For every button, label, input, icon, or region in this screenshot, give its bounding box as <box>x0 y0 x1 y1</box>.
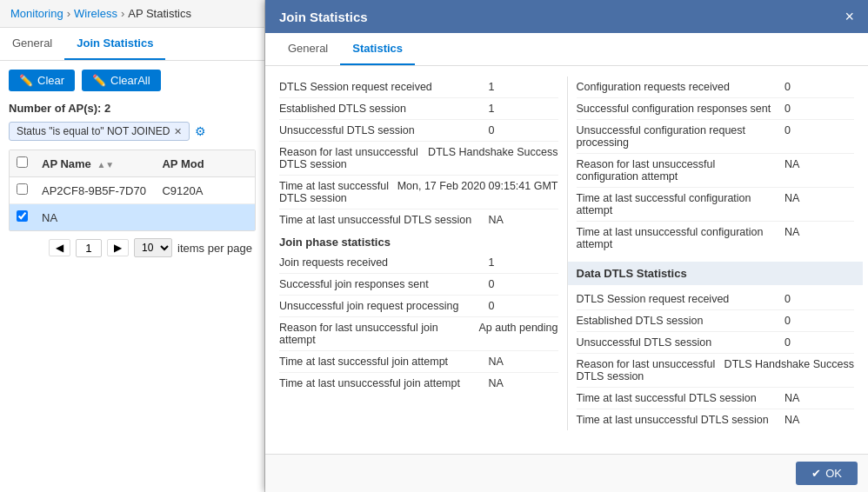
next-page-button[interactable]: ▶ <box>107 239 129 256</box>
stat-row: Time at last unsuccessful join attempt N… <box>279 373 558 394</box>
tab-join-statistics[interactable]: Join Statistics <box>64 28 165 60</box>
stat-label: Time at last successful join attempt <box>279 356 489 368</box>
data-dtls-header: Data DTLS Statistics <box>568 262 864 285</box>
stat-value: NA <box>489 356 558 368</box>
stat-value: NA <box>785 414 854 426</box>
ap-name-cell: NA <box>35 204 155 231</box>
stat-value: NA <box>785 192 854 204</box>
filter-icon[interactable]: ⚙ <box>195 124 206 138</box>
filter-tag: Status "is equal to" NOT JOINED ✕ <box>9 122 190 141</box>
stat-label: Unsuccessful configuration request proce… <box>577 124 785 149</box>
modal-title: Join Statistics <box>279 10 368 24</box>
stat-value: DTLS Handshake Success <box>428 146 558 158</box>
stat-row: Time at last successful configuration at… <box>577 188 855 222</box>
prev-page-button[interactable]: ◀ <box>49 239 70 256</box>
stat-value: 0 <box>785 315 854 327</box>
stat-value: DTLS Handshake Success <box>724 358 854 370</box>
clear-button[interactable]: ✏️ Clear <box>9 70 75 91</box>
modal-tab-general[interactable]: General <box>276 33 340 65</box>
modal-overlay: Join Statistics × General Statistics DTL… <box>265 0 868 492</box>
stat-row: Established DTLS session 0 <box>577 310 855 332</box>
stat-row: Time at last successful DTLS session NA <box>577 388 855 409</box>
join-statistics-modal: Join Statistics × General Statistics DTL… <box>265 0 868 492</box>
stat-value: 1 <box>489 103 558 115</box>
stat-row: Unsuccessful DTLS session 0 <box>577 332 855 354</box>
ap-model-cell <box>155 204 255 231</box>
table-row[interactable]: NA <box>10 204 255 231</box>
ap-table: AP Name ▲▼ AP Mod AP2CF8-9B5F-7D70 C9120… <box>10 150 255 230</box>
modal-close-button[interactable]: × <box>845 9 854 24</box>
stat-row: Reason for last unsuccessful DTLS sessio… <box>279 142 558 176</box>
join-phase-title: Join phase statistics <box>279 230 558 252</box>
stat-row: Successful join responses sent 0 <box>279 274 558 296</box>
stat-label: Configuration requests received <box>577 81 785 93</box>
stat-label: DTLS Session request received <box>279 81 489 93</box>
stats-left-col: DTLS Session request received 1 Establis… <box>279 76 567 430</box>
stat-label: Reason for last unsuccessful DTLS sessio… <box>279 146 428 170</box>
stat-row: Unsuccessful configuration request proce… <box>577 120 855 154</box>
stat-value: Ap auth pending <box>478 322 558 334</box>
stat-row: Reason for last unsuccessful configurati… <box>577 154 855 188</box>
stat-row: Time at last successful join attempt NA <box>279 351 558 373</box>
stat-row: Time at last unsuccessful configuration … <box>577 222 855 255</box>
page-input[interactable] <box>76 239 102 257</box>
per-page-select[interactable]: 10 25 50 <box>134 238 172 257</box>
stat-label: Time at last unsuccessful join attempt <box>279 377 489 389</box>
table-row[interactable]: AP2CF8-9B5F-7D70 C9120A <box>10 177 255 204</box>
stat-value: NA <box>785 392 854 404</box>
stats-grid: DTLS Session request received 1 Establis… <box>279 76 854 430</box>
stat-label: Reason for last unsuccessful configurati… <box>577 158 785 183</box>
stat-label: Time at last successful DTLS session <box>577 392 785 404</box>
breadcrumb-current: AP Statistics <box>128 7 191 20</box>
stat-label: Reason for last unsuccessful join attemp… <box>279 322 478 346</box>
breadcrumb-monitoring[interactable]: Monitoring <box>10 7 63 20</box>
stat-value: 1 <box>489 81 558 93</box>
stat-row: Join requests received 1 <box>279 252 558 274</box>
stat-label: Unsuccessful DTLS session <box>279 124 489 136</box>
col-ap-name[interactable]: AP Name ▲▼ <box>35 150 155 177</box>
stat-value: 0 <box>785 124 854 136</box>
stat-label: Successful join responses sent <box>279 278 489 290</box>
row-checkbox[interactable] <box>17 183 28 195</box>
stats-right-col: Configuration requests received 0 Succes… <box>567 76 855 430</box>
stat-value: Mon, 17 Feb 2020 09:15:41 GMT <box>397 180 558 192</box>
breadcrumb-wireless[interactable]: Wireless <box>74 7 117 20</box>
stat-value: 1 <box>489 256 558 269</box>
stat-row: Reason for last unsuccessful DTLS sessio… <box>577 354 855 388</box>
modal-tab-statistics[interactable]: Statistics <box>340 33 415 65</box>
modal-body: DTLS Session request received 1 Establis… <box>265 66 868 454</box>
stat-row: DTLS Session request received 0 <box>577 289 855 310</box>
filter-close-icon[interactable]: ✕ <box>174 126 182 137</box>
eraser-all-icon: ✏️ <box>92 74 106 87</box>
stat-label: DTLS Session request received <box>577 293 785 305</box>
sort-icon: ▲▼ <box>97 160 114 170</box>
clear-all-button[interactable]: ✏️ ClearAll <box>82 70 161 91</box>
tab-general[interactable]: General <box>0 28 64 60</box>
stat-row: Time at last unsuccessful DTLS session N… <box>279 209 558 230</box>
stat-label: Time at last successful DTLS session <box>279 180 397 204</box>
stat-label: Reason for last unsuccessful DTLS sessio… <box>577 358 724 382</box>
pagination: ◀ ▶ 10 25 50 items per page <box>9 231 256 257</box>
stat-label: Join requests received <box>279 256 489 269</box>
stat-value: NA <box>785 226 854 238</box>
stat-row: Time at last unsuccessful DTLS session N… <box>577 409 855 430</box>
button-row: ✏️ Clear ✏️ ClearAll <box>9 70 256 91</box>
modal-footer: ✔ OK <box>265 454 868 492</box>
stat-row: Unsuccessful join request processing 0 <box>279 296 558 317</box>
stat-value: NA <box>785 158 854 170</box>
eraser-icon: ✏️ <box>19 74 33 87</box>
select-all-checkbox[interactable] <box>17 156 28 168</box>
check-icon: ✔ <box>811 467 821 480</box>
row-checkbox[interactable] <box>17 210 28 222</box>
ok-button[interactable]: ✔ OK <box>796 462 858 485</box>
stat-label: Time at last unsuccessful configuration … <box>577 226 785 250</box>
filter-row: Status "is equal to" NOT JOINED ✕ ⚙ <box>9 122 256 141</box>
ap-count-row: Number of AP(s): 2 <box>9 102 256 115</box>
col-ap-model[interactable]: AP Mod <box>155 150 255 177</box>
modal-header: Join Statistics × <box>265 0 868 33</box>
stat-value: 0 <box>489 278 558 290</box>
modal-tab-bar: General Statistics <box>265 33 868 66</box>
stat-row: Time at last successful DTLS session Mon… <box>279 176 558 209</box>
stat-row: Unsuccessful DTLS session 0 <box>279 120 558 142</box>
left-tab-bar: General Join Statistics <box>0 28 264 61</box>
